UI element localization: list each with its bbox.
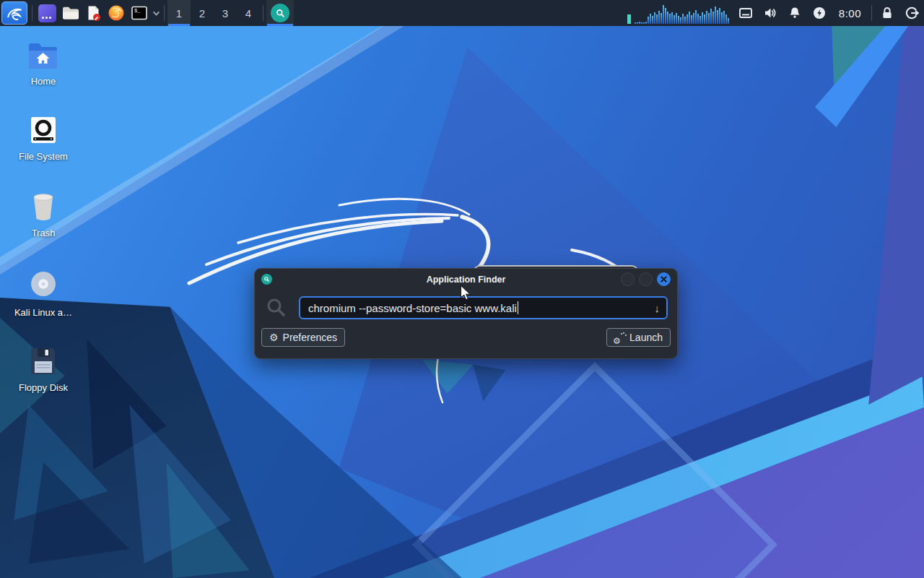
optical-disc-icon xyxy=(26,267,61,302)
svg-text:$_: $_ xyxy=(134,8,141,14)
launch-label: Launch xyxy=(629,332,663,343)
file-manager-icon xyxy=(61,4,79,22)
workspace-button-2[interactable]: 2 xyxy=(191,0,214,26)
search-query-text: chromium --password-store=basic www.kali xyxy=(308,302,517,314)
kali-dragon-icon xyxy=(4,3,25,23)
preferences-button[interactable]: ⚙ Preferences xyxy=(261,328,345,347)
firefox-icon xyxy=(107,4,126,22)
application-finder-icon xyxy=(271,4,289,22)
desktop-icon-label: File System xyxy=(19,151,68,162)
logout-power-icon xyxy=(904,5,920,21)
workspace-button-1[interactable]: 1 xyxy=(167,0,191,26)
tray-network[interactable] xyxy=(733,0,758,26)
terminal-dropdown[interactable] xyxy=(151,1,161,25)
home-folder-icon xyxy=(26,40,61,71)
desktop-icon-trash[interactable]: Trash xyxy=(12,191,75,238)
desktop-icon-label: Floppy Disk xyxy=(19,382,68,393)
mouse-cursor xyxy=(460,285,471,302)
launcher-app-window[interactable] xyxy=(36,1,58,25)
volume-speaker-icon xyxy=(762,5,778,21)
power-manager-icon xyxy=(811,5,827,21)
chevron-down-icon xyxy=(152,9,160,17)
trash-bucket-icon xyxy=(26,191,61,223)
dropdown-arrow-icon[interactable]: ↓ xyxy=(655,302,661,314)
app-window-icon xyxy=(38,4,56,22)
top-panel: $_ 1 2 3 4 xyxy=(0,0,924,26)
close-icon xyxy=(661,276,667,282)
logout-button[interactable] xyxy=(899,0,924,26)
system-monitor[interactable] xyxy=(627,2,729,24)
panel-separator xyxy=(871,5,872,21)
search-icon xyxy=(264,296,289,319)
text-editor-icon xyxy=(84,4,103,22)
floppy-disk-icon xyxy=(26,345,61,377)
cpu-graph xyxy=(635,5,729,24)
maximize-button[interactable] xyxy=(639,272,653,286)
clock[interactable]: 8:00 xyxy=(832,7,868,20)
terminal-icon: $_ xyxy=(130,4,149,22)
tray-volume[interactable] xyxy=(758,0,783,26)
close-button[interactable] xyxy=(657,272,671,286)
application-finder-window: Application Finder chromium --password-s… xyxy=(254,268,678,359)
launcher-file-manager[interactable] xyxy=(59,1,81,25)
panel-separator xyxy=(263,5,263,21)
desktop-icon-file-system[interactable]: File System xyxy=(12,114,75,162)
network-display-icon xyxy=(738,5,754,21)
tray-power-manager[interactable] xyxy=(807,0,832,26)
gear-icon: ⚙ xyxy=(269,332,279,342)
taskbar-application-finder[interactable] xyxy=(266,0,294,26)
desktop-icon-home[interactable]: Home xyxy=(12,40,75,87)
launch-gear-icon: ⚙ xyxy=(614,332,625,343)
lock-icon xyxy=(879,5,895,21)
workspace-button-3[interactable]: 3 xyxy=(214,0,237,26)
panel-separator xyxy=(32,5,32,21)
launcher-firefox[interactable] xyxy=(105,1,127,25)
tray-notifications[interactable] xyxy=(783,0,807,26)
kali-menu-button[interactable] xyxy=(1,1,27,25)
desktop-icon-label: Home xyxy=(31,76,56,87)
text-caret xyxy=(518,301,518,314)
preferences-label: Preferences xyxy=(283,332,337,343)
notifications-bell-icon xyxy=(787,5,803,21)
minimize-button[interactable] xyxy=(621,272,635,286)
launcher-text-editor[interactable] xyxy=(82,1,104,25)
search-input[interactable]: chromium --password-store=basic www.kali… xyxy=(299,296,668,319)
window-title: Application Finder xyxy=(255,275,677,285)
desktop-icon-label: Trash xyxy=(32,228,56,238)
panel-separator xyxy=(164,5,165,21)
desktop-icon-floppy[interactable]: Floppy Disk xyxy=(12,345,75,393)
net-meter-bar xyxy=(627,14,631,24)
launcher-terminal[interactable]: $_ xyxy=(128,1,150,25)
desktop-icon-label: Kali Linux a… xyxy=(14,307,72,318)
disk-drive-icon xyxy=(26,114,61,146)
screen-lock-button[interactable] xyxy=(875,0,899,26)
desktop-icon-kali-cd[interactable]: Kali Linux a… xyxy=(12,267,75,318)
launch-button[interactable]: ⚙ Launch xyxy=(606,328,671,347)
workspace-button-4[interactable]: 4 xyxy=(237,0,260,26)
